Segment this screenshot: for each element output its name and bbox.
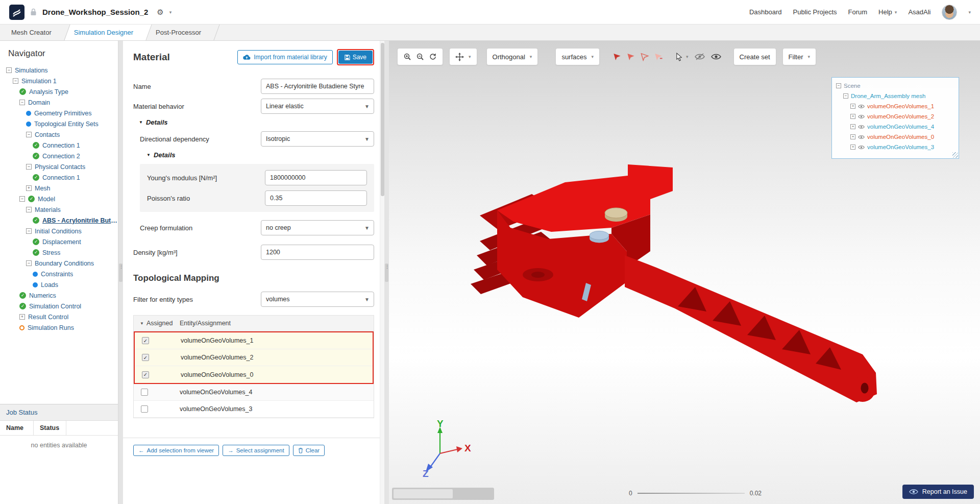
scene-root-row[interactable]: − Scene <box>836 81 954 91</box>
density-input[interactable] <box>261 245 374 260</box>
table-row[interactable]: volumeOnGeoVolumes_1 <box>135 332 373 349</box>
expander-minus-icon[interactable]: − <box>26 260 32 266</box>
tree-item-connection-1[interactable]: ✓Connection 1 <box>0 140 118 151</box>
axis-gizmo[interactable]: Y X Z <box>422 420 473 478</box>
tree-item-result-control[interactable]: +Result Control <box>0 311 118 322</box>
help-menu[interactable]: Help ▾ <box>878 8 897 16</box>
nav-link-dashboard[interactable]: Dashboard <box>749 8 782 16</box>
tree-item-constraints[interactable]: Constraints <box>0 269 118 279</box>
directional-dependency-select[interactable]: Isotropic ▼ <box>261 131 374 147</box>
tree-item-displacement[interactable]: ✓Displacement <box>0 236 118 247</box>
details-section-toggle[interactable]: ▼ Details <box>139 118 374 126</box>
tree-item-analysis-type[interactable]: ✓Analysis Type <box>0 86 118 97</box>
scene-item-volumeongeovolumes-0[interactable]: +volumeOnGeoVolumes_0 <box>836 132 954 142</box>
resize-handle-icon[interactable] <box>952 152 958 158</box>
pan-tool-button[interactable]: ▾ <box>449 48 477 65</box>
zoom-out-button[interactable] <box>416 53 424 61</box>
avatar[interactable] <box>942 5 957 20</box>
nav-link-forum[interactable]: Forum <box>848 8 868 16</box>
splitter-grip-icon[interactable]: ⋮ <box>119 263 122 282</box>
filter-button[interactable]: Filter ▾ <box>782 48 816 65</box>
inner-details-section-toggle[interactable]: ▼ Details <box>146 151 374 159</box>
tree-item-simulation-runs[interactable]: Simulation Runs <box>0 322 118 333</box>
eye-icon[interactable] <box>858 145 865 150</box>
expander-minus-icon[interactable]: − <box>26 164 32 170</box>
row-checkbox[interactable] <box>142 354 149 361</box>
tree-item-initial-conditions[interactable]: −Initial Conditions <box>0 226 118 236</box>
project-settings-gear-icon[interactable]: ⚙ <box>157 8 163 17</box>
tree-item-loads[interactable]: Loads <box>0 279 118 290</box>
cursor-tool-button[interactable]: ▾ <box>676 53 689 61</box>
pick-edge-icon[interactable] <box>640 53 650 61</box>
tree-item-model[interactable]: −✓Model <box>0 194 118 204</box>
tree-item-mesh[interactable]: +Mesh <box>0 183 118 194</box>
user-name[interactable]: AsadAli <box>908 8 930 16</box>
chevron-down-icon[interactable]: ▾ <box>968 10 971 15</box>
row-checkbox[interactable] <box>141 389 148 396</box>
scene-mesh-row[interactable]: − Drone_Arm_Assembly mesh <box>836 91 954 101</box>
legend-widget[interactable] <box>392 488 494 500</box>
row-checkbox[interactable] <box>141 405 148 413</box>
tree-item-contacts[interactable]: −Contacts <box>0 129 118 140</box>
chevron-down-icon[interactable]: ▾ <box>169 10 172 15</box>
tree-item-connection-1[interactable]: ✓Connection 1 <box>0 172 118 183</box>
expander-plus-icon[interactable]: + <box>850 145 855 150</box>
panel-scrollbar[interactable] <box>380 41 384 504</box>
splitter-left[interactable]: ⋮ <box>118 41 123 504</box>
tree-item-simulation-control[interactable]: ✓Simulation Control <box>0 301 118 311</box>
scene-item-volumeongeovolumes-2[interactable]: +volumeOnGeoVolumes_2 <box>836 111 954 122</box>
tab-simulation-designer[interactable]: Simulation Designer <box>64 25 145 40</box>
create-set-button[interactable]: Create set <box>733 48 776 65</box>
poisson-ratio-input[interactable] <box>265 190 367 206</box>
tab-post-processor[interactable]: Post-Processor <box>145 25 213 40</box>
eye-icon[interactable] <box>858 104 865 109</box>
pick-vertex-icon[interactable] <box>653 53 664 61</box>
material-name-input[interactable] <box>261 79 374 94</box>
creep-formulation-select[interactable]: no creep ▼ <box>261 220 374 235</box>
reset-view-icon[interactable] <box>429 53 437 61</box>
material-behavior-select[interactable]: Linear elastic ▼ <box>261 99 374 114</box>
import-material-library-button[interactable]: Import from material library <box>237 50 332 64</box>
scrollbar-thumb[interactable] <box>381 43 384 196</box>
viewer-canvas[interactable]: ▾ Orthogonal ▾ surfaces ▾ <box>389 41 980 504</box>
row-checkbox[interactable] <box>142 337 149 344</box>
clear-button[interactable]: Clear <box>293 445 325 456</box>
tree-item-stress[interactable]: ✓Stress <box>0 247 118 258</box>
tree-item-physical-contacts[interactable]: −Physical Contacts <box>0 161 118 172</box>
tree-item-geometry-primitives[interactable]: Geometry Primitives <box>0 108 118 118</box>
tab-mesh-creator[interactable]: Mesh Creator <box>1 25 64 40</box>
expander-plus-icon[interactable]: + <box>19 314 25 320</box>
expander-plus-icon[interactable]: + <box>850 114 855 119</box>
tree-item-topological-entity-sets[interactable]: Topological Entity Sets <box>0 118 118 129</box>
expander-minus-icon[interactable]: − <box>843 93 848 99</box>
table-row[interactable]: volumeOnGeoVolumes_3 <box>134 401 374 418</box>
add-selection-from-viewer-button[interactable]: ← Add selection from viewer <box>133 445 219 456</box>
eye-icon[interactable] <box>858 125 865 129</box>
row-checkbox[interactable] <box>142 371 149 378</box>
splitter-right[interactable]: ⋮ <box>384 41 389 504</box>
scene-item-volumeongeovolumes-1[interactable]: +volumeOnGeoVolumes_1 <box>836 101 954 111</box>
tree-item-simulations[interactable]: −Simulations <box>0 65 118 76</box>
tree-item-domain[interactable]: −Domain <box>0 97 118 108</box>
assigned-column-header[interactable]: ▼ Assigned <box>134 316 174 331</box>
show-entities-icon[interactable] <box>711 53 721 60</box>
expander-plus-icon[interactable]: + <box>26 185 32 191</box>
pick-face-icon[interactable] <box>626 53 636 61</box>
hide-entities-icon[interactable] <box>695 53 705 60</box>
render-mode-select[interactable]: surfaces ▾ <box>555 48 600 65</box>
save-button[interactable]: Save <box>338 51 373 64</box>
scene-item-volumeongeovolumes-3[interactable]: +volumeOnGeoVolumes_3 <box>836 142 954 152</box>
tree-item-abs-acrylonitrile-buta[interactable]: ✓ABS - Acrylonitrile Buta... <box>0 215 118 226</box>
app-logo-icon[interactable] <box>9 5 24 20</box>
projection-select[interactable]: Orthogonal ▾ <box>486 48 538 65</box>
tree-item-connection-2[interactable]: ✓Connection 2 <box>0 151 118 161</box>
expander-minus-icon[interactable]: − <box>19 100 25 105</box>
eye-icon[interactable] <box>858 114 865 119</box>
entity-type-filter-select[interactable]: volumes ▼ <box>261 292 374 307</box>
table-row[interactable]: volumeOnGeoVolumes_2 <box>135 349 373 366</box>
expander-minus-icon[interactable]: − <box>26 228 32 234</box>
zoom-in-button[interactable] <box>403 53 411 61</box>
splitter-grip-icon[interactable]: ⋮ <box>385 263 388 282</box>
expander-plus-icon[interactable]: + <box>850 134 855 139</box>
tree-item-materials[interactable]: −Materials <box>0 204 118 215</box>
